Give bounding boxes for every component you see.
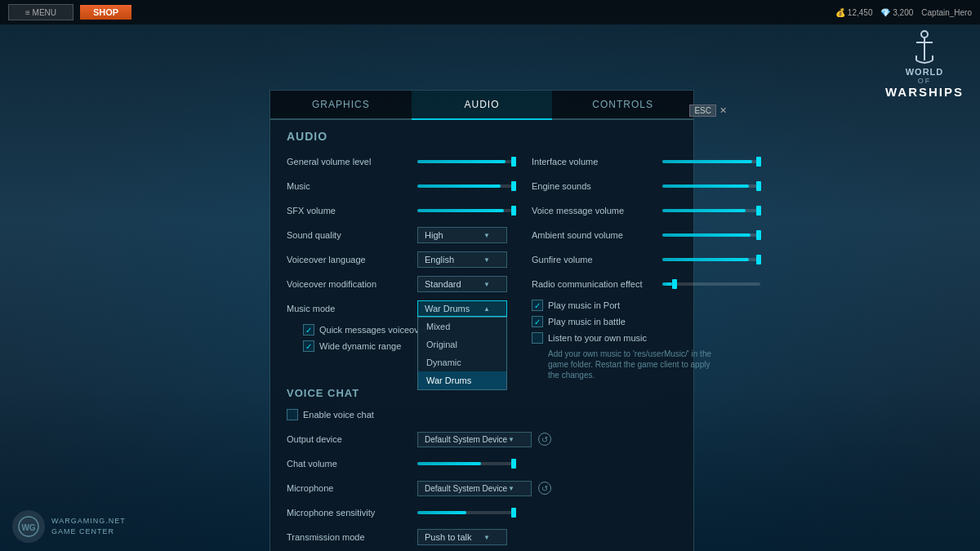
chat-volume-label: Chat volume <box>287 459 417 469</box>
music-control[interactable] <box>417 184 515 188</box>
wide-dynamic-checkbox[interactable] <box>303 340 314 352</box>
general-volume-control[interactable] <box>417 160 515 163</box>
quick-messages-checkbox[interactable] <box>303 324 314 335</box>
listen-own-music-checkbox[interactable] <box>532 332 543 344</box>
output-device-dropdown[interactable]: Default System Device ▼ <box>417 432 532 447</box>
music-mode-option-original[interactable]: Original <box>418 335 506 353</box>
voice-message-fill <box>662 209 746 212</box>
chevron-down-icon: ▼ <box>483 256 490 264</box>
wg-icon: WG <box>12 510 45 543</box>
voice-message-control[interactable] <box>662 209 760 212</box>
gunfire-volume-thumb <box>756 255 761 264</box>
gunfire-volume-control[interactable] <box>662 258 760 261</box>
output-device-reset[interactable]: ↺ <box>538 433 551 446</box>
music-fill <box>417 184 501 188</box>
own-music-hint: Add your own music to 'res/userMusic/' i… <box>548 349 711 380</box>
voiceover-language-label: Voiceover language <box>287 255 417 264</box>
music-mode-menu: Mixed Original Dynamic War Drums <box>417 317 507 390</box>
voiceover-language-dropdown[interactable]: English ▼ <box>417 251 507 268</box>
ambient-sound-slider[interactable] <box>662 233 760 237</box>
top-bar-right: 💰 12,450 💎 3,200 Captain_Hero <box>835 8 972 17</box>
mic-sensitivity-slider[interactable] <box>417 511 515 514</box>
gunfire-volume-slider[interactable] <box>662 258 760 261</box>
enable-voice-chat-checkbox[interactable] <box>287 409 298 420</box>
voice-message-slider[interactable] <box>662 209 760 212</box>
microphone-reset[interactable]: ↺ <box>538 482 551 495</box>
play-music-port-label: Play music in Port <box>548 300 620 310</box>
microphone-controls: Default System Device ▼ ↺ <box>417 481 551 496</box>
chevron-up-icon: ▲ <box>483 305 490 313</box>
sfx-slider[interactable] <box>417 209 515 212</box>
tab-controls[interactable]: CONTROLS <box>552 91 693 120</box>
shop-button[interactable]: SHOP <box>80 5 131 20</box>
play-music-battle-checkbox[interactable] <box>532 316 543 327</box>
chevron-down-icon: ▼ <box>508 485 514 492</box>
sfx-control[interactable] <box>417 209 515 212</box>
engine-sounds-slider[interactable] <box>662 184 760 188</box>
esc-label: ESC <box>689 104 716 117</box>
sfx-thumb <box>511 206 516 216</box>
radio-comm-control[interactable] <box>662 282 760 286</box>
radio-comm-thumb <box>672 279 677 289</box>
sound-quality-label: Sound quality <box>287 230 417 240</box>
mic-sensitivity-control[interactable] <box>417 511 677 514</box>
music-row: Music <box>287 177 515 195</box>
general-volume-fill <box>417 160 506 163</box>
tab-graphics[interactable]: GRAPHICS <box>270 91 412 120</box>
chat-volume-thumb <box>511 459 516 469</box>
wg-emblem: WG <box>17 515 40 538</box>
wg-line2: GAME CENTER <box>51 527 126 537</box>
tabs-container: GRAPHICS AUDIO CONTROLS <box>270 91 693 120</box>
voice-chat-left: Enable voice chat Output device Default … <box>287 406 677 551</box>
close-icon[interactable]: ✕ <box>719 105 727 116</box>
anchor-icon <box>904 26 945 67</box>
chat-volume-slider[interactable] <box>417 462 515 465</box>
engine-sounds-control[interactable] <box>662 184 760 188</box>
radio-comm-slider[interactable] <box>662 282 760 286</box>
music-slider[interactable] <box>417 184 515 188</box>
mic-sensitivity-row: Microphone sensitivity <box>287 504 677 522</box>
engine-sounds-label: Engine sounds <box>532 181 662 191</box>
menu-button[interactable]: ≡ MENU <box>8 4 74 20</box>
music-mode-option-dynamic[interactable]: Dynamic <box>418 353 506 371</box>
play-music-port-checkbox[interactable] <box>532 300 543 311</box>
transmission-mode-label: Transmission mode <box>287 532 417 542</box>
voice-message-label: Voice message volume <box>532 206 662 216</box>
transmission-mode-row: Transmission mode Push to talk ▼ <box>287 528 677 546</box>
listen-own-music-row: Listen to your own music <box>532 332 760 344</box>
tab-audio[interactable]: AUDIO <box>412 91 553 120</box>
interface-volume-slider[interactable] <box>662 160 760 163</box>
sfx-label: SFX volume <box>287 206 417 216</box>
play-music-port-row: Play music in Port <box>532 300 760 311</box>
microphone-value: Default System Device <box>425 484 508 493</box>
music-mode-option-wardrums[interactable]: War Drums <box>418 371 506 389</box>
wg-line1: WARGAMING.NET <box>51 516 126 527</box>
radio-comm-row: Radio communication effect <box>532 275 760 293</box>
radio-comm-label: Radio communication effect <box>532 279 662 289</box>
music-mode-option-mixed[interactable]: Mixed <box>418 318 506 335</box>
quick-messages-label: Quick messages voiceover <box>319 325 426 335</box>
voiceover-mod-dropdown[interactable]: Standard ▼ <box>417 276 507 292</box>
microphone-dropdown[interactable]: Default System Device ▼ <box>417 481 532 496</box>
interface-volume-control[interactable] <box>662 160 760 163</box>
wows-logo: WORLD OF WARSHIPS <box>885 26 964 99</box>
user-credits: 💰 12,450 <box>835 8 872 17</box>
svg-text:WG: WG <box>21 523 35 532</box>
music-mode-dropdown[interactable]: War Drums ▲ <box>417 300 507 317</box>
ambient-sound-label: Ambient sound volume <box>532 230 662 240</box>
music-mode-value: War Drums <box>425 304 470 313</box>
left-column: General volume level Music <box>287 153 515 380</box>
two-column-layout: General volume level Music <box>287 153 677 380</box>
sound-quality-dropdown[interactable]: High ▼ <box>417 227 507 243</box>
enable-voice-chat-row: Enable voice chat <box>287 406 677 424</box>
esc-button[interactable]: ESC ✕ <box>689 104 727 117</box>
engine-sounds-row: Engine sounds <box>532 177 760 195</box>
output-device-value: Default System Device <box>425 435 508 444</box>
sound-quality-row: Sound quality High ▼ <box>287 226 515 244</box>
music-label: Music <box>287 181 417 191</box>
general-volume-slider[interactable] <box>417 160 515 163</box>
voice-chat-layout: Enable voice chat Output device Default … <box>287 406 677 551</box>
ambient-sound-control[interactable] <box>662 233 760 237</box>
transmission-mode-dropdown[interactable]: Push to talk ▼ <box>417 529 507 545</box>
chat-volume-control[interactable] <box>417 462 677 465</box>
